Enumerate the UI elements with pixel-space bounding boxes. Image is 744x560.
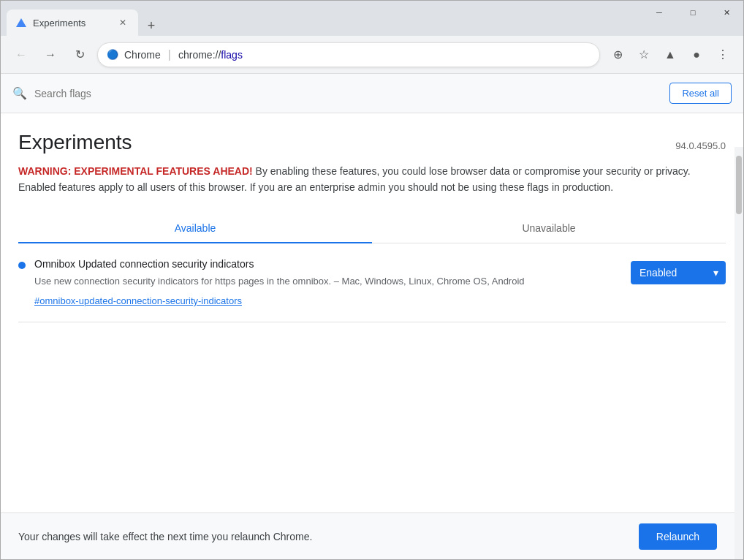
flag-link[interactable]: #omnibox-updated-connection-security-ind… <box>34 295 242 306</box>
profile-button[interactable]: ● <box>685 43 708 67</box>
version-number: 94.0.4595.0 <box>675 140 726 151</box>
security-icon: 🔵 <box>107 49 118 60</box>
minimize-button[interactable]: ─ <box>642 1 676 24</box>
scrollbar-track[interactable] <box>734 147 743 559</box>
menu-button[interactable]: ⋮ <box>711 43 734 67</box>
forward-button[interactable]: → <box>39 43 62 67</box>
close-button[interactable]: ✕ <box>710 1 743 24</box>
reload-button[interactable]: ↻ <box>68 43 91 67</box>
relaunch-message: Your changes will take effect the next t… <box>18 531 312 542</box>
flag-name: Omnibox Updated connection security indi… <box>34 258 622 270</box>
search-icon: 🔍 <box>12 86 27 100</box>
extension-button[interactable]: ▲ <box>658 43 682 67</box>
active-tab[interactable]: Experiments ✕ <box>7 10 138 36</box>
url-scheme: chrome:// <box>178 49 221 61</box>
tabs-container: Available Unavailable <box>18 213 726 243</box>
page-title: Experiments <box>18 131 132 154</box>
omnibox[interactable]: 🔵 Chrome | chrome://flags <box>97 42 600 67</box>
toolbar-actions: ⊕ ☆ ▲ ● ⋮ <box>606 43 734 67</box>
warning-label: WARNING: EXPERIMENTAL FEATURES AHEAD! <box>18 165 253 177</box>
url-path: flags <box>221 49 243 61</box>
experiments-favicon-icon <box>15 17 27 29</box>
flag-description: Use new connection security indicators f… <box>34 274 622 289</box>
tab-available[interactable]: Available <box>18 213 372 243</box>
bookmark-button[interactable]: ☆ <box>632 43 656 67</box>
omnibox-separator: | <box>168 48 171 61</box>
title-bar: ─ □ ✕ Experiments ✕ + <box>1 1 743 36</box>
browser-window: ─ □ ✕ Experiments ✕ + ← → ↻ 🔵 Chrome | c… <box>0 0 744 560</box>
search-bar: 🔍 Reset all <box>1 74 743 113</box>
flag-control: Default Enabled Disabled ▾ <box>631 258 726 284</box>
svg-marker-0 <box>16 18 26 27</box>
maximize-button[interactable]: □ <box>676 1 710 24</box>
toolbar: ← → ↻ 🔵 Chrome | chrome://flags ⊕ ☆ ▲ ● … <box>1 36 743 74</box>
page-content: 🔍 Reset all Experiments 94.0.4595.0 WARN… <box>1 74 743 559</box>
tab-bar: Experiments ✕ + <box>1 10 743 36</box>
omnibox-site-name: Chrome <box>124 49 161 61</box>
tab-unavailable[interactable]: Unavailable <box>372 213 726 243</box>
warning-paragraph: WARNING: EXPERIMENTAL FEATURES AHEAD! By… <box>18 163 726 196</box>
tab-close-button[interactable]: ✕ <box>116 16 129 29</box>
flag-info: Omnibox Updated connection security indi… <box>34 258 622 308</box>
bottom-bar: Your changes will take effect the next t… <box>1 512 734 559</box>
tab-title: Experiments <box>33 18 110 29</box>
zoom-button[interactable]: ⊕ <box>606 43 629 67</box>
main-content-area: Experiments 94.0.4595.0 WARNING: EXPERIM… <box>1 113 743 558</box>
flag-item: Omnibox Updated connection security indi… <box>18 243 726 323</box>
search-input[interactable] <box>34 88 662 99</box>
omnibox-url: chrome://flags <box>178 49 243 61</box>
new-tab-button[interactable]: + <box>141 15 162 36</box>
flag-select[interactable]: Default Enabled Disabled <box>631 261 726 284</box>
window-controls: ─ □ ✕ <box>642 1 743 24</box>
scrollbar-thumb[interactable] <box>736 156 742 214</box>
back-button[interactable]: ← <box>10 43 33 67</box>
reset-all-button[interactable]: Reset all <box>669 83 732 104</box>
flag-enabled-dot <box>18 262 26 269</box>
relaunch-button[interactable]: Relaunch <box>639 523 717 550</box>
experiments-header: Experiments 94.0.4595.0 <box>18 131 726 154</box>
